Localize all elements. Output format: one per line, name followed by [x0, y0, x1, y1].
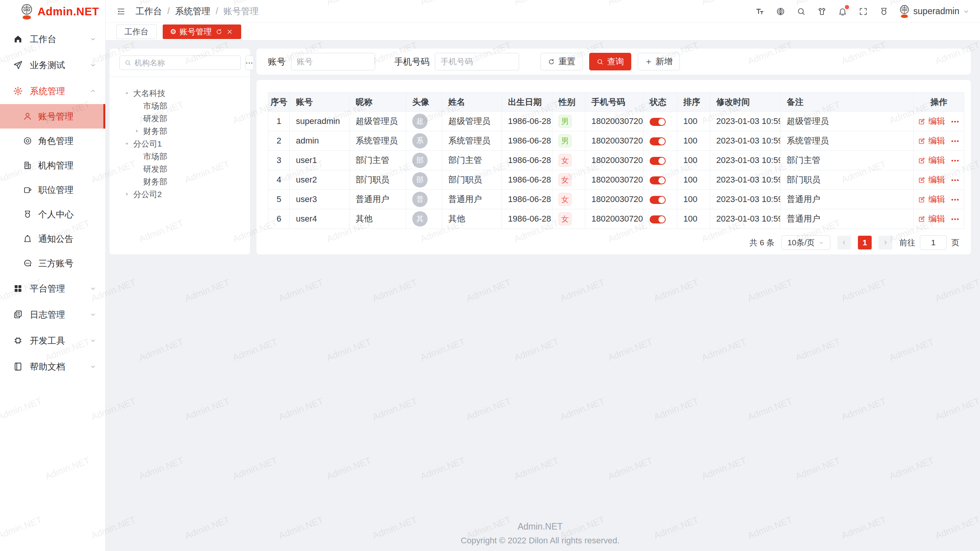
goto-page-input[interactable]	[920, 235, 947, 250]
sidebar-item-position-management[interactable]: 职位管理	[0, 178, 105, 202]
chev-down-icon	[90, 36, 96, 42]
status-toggle[interactable]	[650, 176, 666, 184]
cell-avatar: 系	[406, 131, 442, 151]
tree-node[interactable]: 研发部	[119, 112, 240, 125]
pagination: 共 6 条 10条/页 1 前往 页	[268, 235, 959, 251]
cell-sort: 100	[677, 151, 710, 170]
refresh-icon[interactable]	[216, 28, 222, 35]
status-toggle[interactable]	[650, 118, 666, 126]
cell-name: 普通用户	[442, 190, 502, 209]
current-page-button[interactable]: 1	[858, 236, 872, 249]
status-toggle[interactable]	[650, 137, 666, 145]
column-header: 操作	[914, 93, 964, 112]
tree-node[interactable]: 大名科技	[119, 87, 240, 99]
fullscreen-icon[interactable]	[859, 7, 868, 16]
sidebar-item-org-management[interactable]: 机构管理	[0, 153, 105, 178]
cell-modified: 2023-01-03 10:59:44	[710, 131, 781, 151]
cell-actions: 编辑•••	[914, 170, 964, 190]
edit-button[interactable]: 编辑	[918, 116, 945, 127]
breadcrumb-item[interactable]: 工作台	[136, 5, 162, 17]
breadcrumb-item[interactable]: 系统管理	[175, 5, 210, 17]
sidebar-item-system-management[interactable]: 系统管理	[0, 78, 105, 104]
sidebar-item-personal-center[interactable]: 个人中心	[0, 202, 105, 227]
search-icon[interactable]	[797, 7, 806, 16]
tree-node[interactable]: 研发部	[119, 163, 240, 175]
page-size-select[interactable]: 10条/页	[781, 235, 830, 250]
column-header: 姓名	[442, 93, 502, 112]
header-actions	[755, 7, 889, 16]
column-header: 序号	[268, 93, 290, 112]
tab-label: 账号管理	[180, 26, 212, 37]
tab-account-management[interactable]: 账号管理	[163, 24, 241, 39]
edit-button[interactable]: 编辑	[918, 155, 945, 166]
status-toggle[interactable]	[650, 215, 666, 223]
tree-more-button[interactable]: ···	[245, 55, 254, 70]
filter-buttons: 重置 查询 新增	[541, 53, 680, 70]
cell-name: 其他	[442, 209, 502, 229]
edit-button[interactable]: 编辑	[918, 135, 945, 147]
cell-nickname: 系统管理员	[350, 131, 406, 151]
sidebar-item-log-management[interactable]: 日志管理	[0, 302, 105, 328]
edit-button[interactable]: 编辑	[918, 174, 945, 186]
tree-node-label: 市场部	[143, 151, 167, 162]
collapse-sidebar-icon[interactable]	[116, 7, 126, 16]
tree-node[interactable]: 财务部	[119, 175, 240, 188]
column-header: 备注	[781, 93, 914, 112]
font-size-icon[interactable]	[755, 7, 764, 16]
row-more-button[interactable]: •••	[951, 157, 960, 164]
row-more-button[interactable]: •••	[951, 118, 960, 125]
theme-icon[interactable]	[817, 7, 826, 16]
org-search-input[interactable]	[134, 59, 236, 67]
gender-badge: 女	[559, 173, 572, 186]
sidebar-item-dev-tools[interactable]: 开发工具	[0, 328, 105, 354]
tab-workbench[interactable]: 工作台	[116, 24, 157, 39]
account-input[interactable]	[291, 53, 375, 70]
status-toggle[interactable]	[650, 157, 666, 165]
page-size-value: 10条/页	[787, 237, 815, 248]
sidebar-item-third-party-account[interactable]: 三方账号	[0, 251, 105, 276]
edit-button[interactable]: 编辑	[918, 194, 945, 205]
cell-remark: 部门职员	[781, 170, 914, 190]
row-more-button[interactable]: •••	[951, 177, 960, 183]
tree-node[interactable]: 财务部	[119, 125, 240, 137]
sidebar-item-account-management[interactable]: 账号管理	[0, 104, 105, 129]
sidebar-item-business-test[interactable]: 业务测试	[0, 52, 105, 78]
cell-modified: 2023-01-03 10:59:44	[710, 190, 781, 209]
sidebar-item-help-docs[interactable]: 帮助文档	[0, 354, 105, 380]
reset-button[interactable]: 重置	[541, 53, 583, 70]
notifications-icon[interactable]	[838, 7, 847, 16]
sidebar-item-notice-announcement[interactable]: 通知公告	[0, 227, 105, 251]
add-button[interactable]: 新增	[638, 53, 680, 70]
row-more-button[interactable]: •••	[951, 196, 960, 203]
next-page-button[interactable]	[879, 236, 892, 249]
user-menu[interactable]: superadmin	[899, 4, 969, 18]
tree-node[interactable]: 分公司1	[119, 137, 240, 150]
brand[interactable]: Admin.NET	[0, 0, 105, 23]
sidebar-item-role-management[interactable]: 角色管理	[0, 129, 105, 153]
sidebar-item-workbench[interactable]: 工作台	[0, 26, 105, 52]
sidebar-item-platform-management[interactable]: 平台管理	[0, 276, 105, 302]
tree-node[interactable]: 市场部	[119, 150, 240, 163]
breadcrumb-item[interactable]: 账号管理	[224, 5, 259, 17]
phone-input[interactable]	[435, 53, 519, 70]
row-avatar: 普	[412, 192, 428, 207]
toggle-knob	[658, 177, 665, 184]
prev-page-button[interactable]	[837, 236, 851, 249]
column-header: 手机号码	[585, 93, 644, 112]
cell-nickname: 部门职员	[350, 170, 406, 190]
row-more-button[interactable]: •••	[951, 138, 960, 144]
cell-phone: 18020030720	[585, 151, 644, 170]
query-button[interactable]: 查询	[589, 53, 631, 70]
tools-icon	[13, 336, 23, 346]
tree-node[interactable]: 市场部	[119, 99, 240, 112]
row-more-button[interactable]: •••	[951, 216, 960, 222]
column-header: 昵称	[350, 93, 406, 112]
profile-icon[interactable]	[879, 7, 889, 16]
language-icon[interactable]	[776, 7, 785, 16]
tree-node[interactable]: 分公司2	[119, 188, 240, 201]
edit-button[interactable]: 编辑	[918, 213, 945, 225]
close-icon[interactable]	[226, 28, 233, 35]
table-row: 5user3普通用户普普通用户1986-06-28女18020030720100…	[268, 190, 964, 209]
row-actions: 编辑•••	[915, 194, 962, 205]
status-toggle[interactable]	[650, 196, 666, 204]
